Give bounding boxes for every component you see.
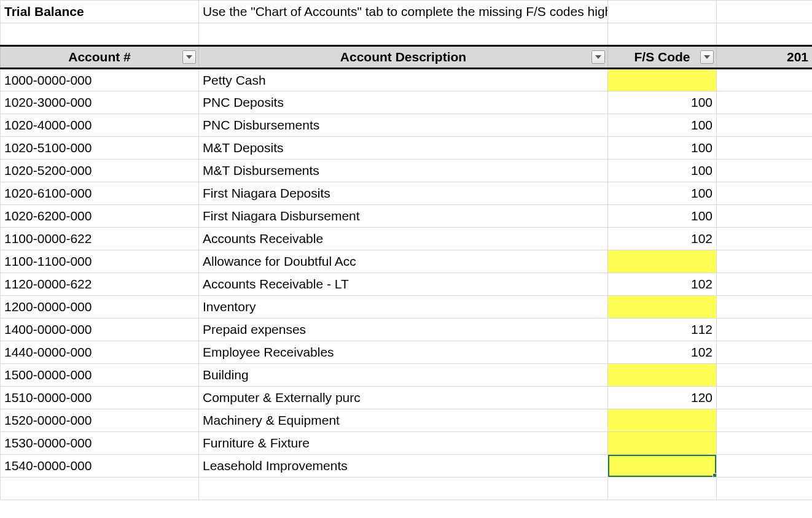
year-cell[interactable] bbox=[717, 409, 813, 432]
filter-dropdown-button[interactable] bbox=[182, 50, 196, 64]
account-number-cell[interactable]: 1020-4000-000 bbox=[1, 114, 199, 137]
table-row: 1400-0000-000Prepaid expenses112 bbox=[1, 319, 813, 341]
table-row: 1020-5100-000M&T Deposits100 bbox=[1, 137, 813, 160]
table-row: 1120-0000-622Accounts Receivable - LT102 bbox=[1, 273, 813, 296]
fs-code-cell[interactable]: 102 bbox=[608, 273, 717, 296]
year-cell[interactable] bbox=[717, 182, 813, 205]
fs-code-cell[interactable]: 120 bbox=[608, 387, 717, 409]
fs-code-cell[interactable]: 102 bbox=[608, 341, 717, 364]
filter-dropdown-button[interactable] bbox=[700, 50, 714, 64]
fs-code-cell[interactable]: 100 bbox=[608, 160, 717, 182]
year-cell[interactable] bbox=[717, 296, 813, 319]
year-cell[interactable] bbox=[717, 432, 813, 455]
year-cell[interactable] bbox=[717, 91, 813, 114]
account-description-cell[interactable]: M&T Disbursements bbox=[199, 160, 608, 182]
account-description-cell[interactable]: Inventory bbox=[199, 296, 608, 319]
account-description-cell[interactable]: PNC Disbursements bbox=[199, 114, 608, 137]
year-cell[interactable] bbox=[717, 387, 813, 409]
table-row: 1020-4000-000PNC Disbursements100 bbox=[1, 114, 813, 137]
account-number-cell[interactable]: 1020-3000-000 bbox=[1, 91, 199, 114]
account-number-cell[interactable]: 1540-0000-000 bbox=[1, 455, 199, 477]
year-cell[interactable] bbox=[717, 69, 813, 91]
table-row: 1020-5200-000M&T Disbursements100 bbox=[1, 160, 813, 182]
fs-code-cell[interactable] bbox=[608, 409, 717, 432]
empty-cell bbox=[199, 23, 608, 46]
fs-code-cell[interactable]: 100 bbox=[608, 91, 717, 114]
account-number-cell[interactable]: 1440-0000-000 bbox=[1, 341, 199, 364]
fs-code-cell[interactable]: 100 bbox=[608, 114, 717, 137]
account-number-cell[interactable]: 1530-0000-000 bbox=[1, 432, 199, 455]
account-number-cell[interactable]: 1020-5200-000 bbox=[1, 160, 199, 182]
account-number-cell[interactable]: 1020-6100-000 bbox=[1, 182, 199, 205]
empty-cell bbox=[199, 477, 608, 500]
filter-dropdown-button[interactable] bbox=[591, 50, 605, 64]
empty-cell bbox=[1, 477, 199, 500]
account-description-cell[interactable]: M&T Deposits bbox=[199, 137, 608, 160]
column-header-account-number[interactable]: Account # bbox=[1, 46, 199, 69]
table-row: 1020-6100-000First Niagara Deposits100 bbox=[1, 182, 813, 205]
account-description-cell[interactable]: PNC Deposits bbox=[199, 91, 608, 114]
fs-code-cell[interactable] bbox=[608, 69, 717, 91]
fs-code-cell[interactable] bbox=[608, 455, 717, 477]
account-description-cell[interactable]: Allowance for Doubtful Acc bbox=[199, 250, 608, 273]
fs-code-cell[interactable] bbox=[608, 250, 717, 273]
year-cell[interactable] bbox=[717, 160, 813, 182]
year-cell[interactable] bbox=[717, 137, 813, 160]
account-description-cell[interactable]: Accounts Receivable - LT bbox=[199, 273, 608, 296]
account-number-cell[interactable]: 1510-0000-000 bbox=[1, 387, 199, 409]
fs-code-cell[interactable]: 100 bbox=[608, 205, 717, 228]
account-number-cell[interactable]: 1200-0000-000 bbox=[1, 296, 199, 319]
year-cell[interactable] bbox=[717, 455, 813, 477]
year-cell[interactable] bbox=[717, 341, 813, 364]
account-number-cell[interactable]: 1500-0000-000 bbox=[1, 364, 199, 387]
year-cell[interactable] bbox=[717, 250, 813, 273]
account-description-cell[interactable]: Leasehold Improvements bbox=[199, 455, 608, 477]
table-row: 1100-1100-000Allowance for Doubtful Acc bbox=[1, 250, 813, 273]
account-number-cell[interactable]: 1000-0000-000 bbox=[1, 69, 199, 91]
year-cell[interactable] bbox=[717, 228, 813, 250]
empty-cell bbox=[608, 1, 717, 23]
account-description-cell[interactable]: Prepaid expenses bbox=[199, 319, 608, 341]
column-header-fs-code[interactable]: F/S Code bbox=[608, 46, 717, 69]
table-row: 1440-0000-000Employee Receivables102 bbox=[1, 341, 813, 364]
account-description-cell[interactable]: Employee Receivables bbox=[199, 341, 608, 364]
account-number-cell[interactable]: 1100-0000-622 bbox=[1, 228, 199, 250]
instruction-cell: Use the "Chart of Accounts" tab to compl… bbox=[199, 1, 608, 23]
fill-handle[interactable] bbox=[712, 473, 717, 477]
fs-code-cell[interactable] bbox=[608, 296, 717, 319]
table-row: 1520-0000-000Machinery & Equipment bbox=[1, 409, 813, 432]
table-row: 1500-0000-000Building bbox=[1, 364, 813, 387]
account-description-cell[interactable]: Petty Cash bbox=[199, 69, 608, 91]
account-description-cell[interactable]: First Niagara Disbursement bbox=[199, 205, 608, 228]
account-description-cell[interactable]: Building bbox=[199, 364, 608, 387]
empty-cell bbox=[608, 477, 717, 500]
column-header-account-description[interactable]: Account Description bbox=[199, 46, 608, 69]
fs-code-cell[interactable]: 112 bbox=[608, 319, 717, 341]
fs-code-cell[interactable]: 100 bbox=[608, 137, 717, 160]
account-number-cell[interactable]: 1120-0000-622 bbox=[1, 273, 199, 296]
year-cell[interactable] bbox=[717, 114, 813, 137]
header-label: F/S Code bbox=[634, 50, 690, 64]
column-header-year[interactable]: 201 bbox=[717, 46, 813, 69]
year-cell[interactable] bbox=[717, 205, 813, 228]
year-cell[interactable] bbox=[717, 364, 813, 387]
account-description-cell[interactable]: First Niagara Deposits bbox=[199, 182, 608, 205]
empty-cell bbox=[717, 23, 813, 46]
account-description-cell[interactable]: Computer & Externally purc bbox=[199, 387, 608, 409]
account-number-cell[interactable]: 1100-1100-000 bbox=[1, 250, 199, 273]
year-cell[interactable] bbox=[717, 273, 813, 296]
year-cell[interactable] bbox=[717, 319, 813, 341]
account-number-cell[interactable]: 1520-0000-000 bbox=[1, 409, 199, 432]
trial-balance-table: Trial Balance Use the "Chart of Accounts… bbox=[0, 0, 812, 500]
fs-code-cell[interactable]: 100 bbox=[608, 182, 717, 205]
fs-code-cell[interactable] bbox=[608, 432, 717, 455]
account-description-cell[interactable]: Accounts Receivable bbox=[199, 228, 608, 250]
fs-code-cell[interactable]: 102 bbox=[608, 228, 717, 250]
fs-code-cell[interactable] bbox=[608, 364, 717, 387]
account-number-cell[interactable]: 1020-6200-000 bbox=[1, 205, 199, 228]
account-number-cell[interactable]: 1400-0000-000 bbox=[1, 319, 199, 341]
chevron-down-icon bbox=[186, 55, 192, 59]
account-description-cell[interactable]: Machinery & Equipment bbox=[199, 409, 608, 432]
account-description-cell[interactable]: Furniture & Fixture bbox=[199, 432, 608, 455]
account-number-cell[interactable]: 1020-5100-000 bbox=[1, 137, 199, 160]
